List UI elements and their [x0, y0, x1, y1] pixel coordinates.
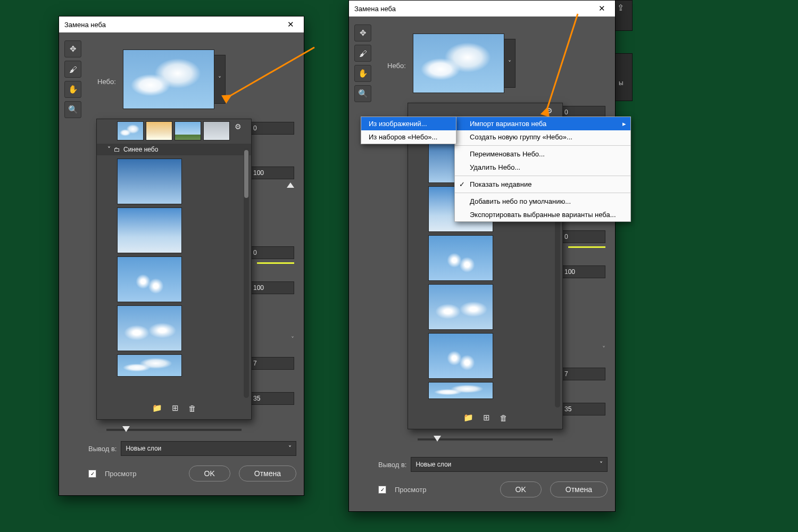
value-field-5[interactable]: 7 [250, 357, 294, 370]
move-tool-icon[interactable]: ✥ [64, 40, 81, 57]
sky-dropdown-chevron[interactable]: ˅ [214, 55, 226, 104]
recent-thumb[interactable] [146, 121, 172, 140]
chevron-down-icon[interactable]: ˅ [602, 345, 605, 353]
sky-label: Небо: [97, 78, 116, 86]
folder-icon[interactable]: 📁 [152, 403, 162, 413]
sky-thumb[interactable] [428, 333, 493, 379]
annotation-arrow [213, 43, 320, 107]
folder-header[interactable]: ˅ 🗀 Синее небо [97, 144, 251, 155]
value-field-3[interactable]: 0 [250, 246, 294, 259]
gear-icon[interactable]: ⚙ [546, 106, 553, 115]
chevron-down-icon: ˅ [600, 461, 603, 468]
picker-scrollbar[interactable] [244, 148, 249, 398]
app-bg-strip: ⇪ [613, 0, 633, 31]
gear-icon[interactable]: ⚙ [235, 122, 242, 131]
svg-line-0 [229, 47, 314, 96]
dialog-title: Замена неба [354, 5, 594, 13]
menu-item-new-group[interactable]: Создать новую группу «Небо»... [455, 130, 630, 144]
menu-item-export[interactable]: Экспортировать выбранные варианты неба..… [455, 208, 630, 221]
cancel-button[interactable]: Отмена [239, 466, 296, 481]
gear-menu: Импорт вариантов неба▸ Создать новую гру… [454, 117, 631, 222]
move-tool-icon[interactable]: ✥ [354, 24, 371, 41]
close-icon[interactable]: ✕ [594, 4, 610, 13]
preview-checkbox[interactable]: ✓ [88, 470, 96, 478]
app-bg-strip: ы [613, 53, 633, 101]
folder-icon: 🗀 [114, 146, 120, 153]
preview-label: Просмотр [105, 470, 136, 478]
trash-icon[interactable]: 🗑 [500, 413, 508, 422]
folder-name: Синее небо [123, 146, 158, 153]
value-field-3[interactable]: 0 [561, 230, 605, 243]
sky-picker-panel: ⚙ ˅ 🗀 Синее небо 📁 ⊞ 🗑 [96, 119, 252, 420]
recent-thumbnails [97, 119, 251, 144]
brush-tool-icon[interactable]: 🖌 [64, 61, 81, 78]
ok-button[interactable]: OK [500, 481, 542, 497]
recent-thumb[interactable] [203, 121, 230, 140]
menu-item-show-recent[interactable]: ✓ Показать недавние [455, 178, 630, 191]
tool-column: ✥ 🖌 ✋ 🔍 [354, 24, 371, 102]
sky-list [97, 155, 251, 380]
menu-item-import[interactable]: Импорт вариантов неба▸ [455, 117, 630, 130]
screenshot-right: Замена неба ✕ ✥ 🖌 ✋ 🔍 Небо: ˅ 0 0 100 7 … [348, 0, 616, 512]
sky-thumb[interactable] [428, 235, 493, 281]
sky-dropdown-chevron[interactable]: ˅ [504, 39, 516, 88]
tool-column: ✥ 🖌 ✋ 🔍 [64, 40, 81, 118]
hand-tool-icon[interactable]: ✋ [64, 81, 81, 98]
new-icon[interactable]: ⊞ [172, 403, 179, 413]
zoom-tool-icon[interactable]: 🔍 [64, 101, 81, 118]
picker-footer: 📁 ⊞ 🗑 [408, 410, 562, 426]
chevron-down-icon[interactable]: ˅ [291, 336, 294, 343]
new-icon[interactable]: ⊞ [483, 413, 490, 422]
sky-preview: ˅ [413, 34, 504, 93]
output-select[interactable]: Новые слои˅ [121, 441, 296, 456]
value-field-5[interactable]: 7 [561, 368, 605, 380]
gear-submenu: Из изображений... Из наборов «Небо»... [361, 117, 456, 144]
hand-tool-icon[interactable]: ✋ [354, 65, 371, 82]
sky-thumb[interactable] [428, 382, 493, 399]
slider-knob[interactable] [287, 182, 294, 188]
svg-line-1 [547, 14, 578, 110]
sky-label: Небо: [387, 62, 406, 70]
submenu-item-from-sets[interactable]: Из наборов «Небо»... [361, 130, 456, 144]
preview-checkbox[interactable]: ✓ [378, 486, 386, 494]
ok-button[interactable]: OK [189, 466, 230, 481]
value-field-6[interactable]: 35 [250, 392, 294, 405]
value-field-2[interactable]: 100 [250, 167, 294, 179]
dialog-title: Замена неба [64, 21, 282, 29]
output-select[interactable]: Новые слои˅ [411, 457, 608, 472]
value-field-4[interactable]: 100 [250, 281, 294, 294]
titlebar: Замена неба ✕ [59, 16, 304, 32]
panel-text: ы [619, 79, 624, 87]
chevron-down-icon: ˅ [288, 445, 292, 452]
sky-thumb[interactable] [117, 159, 182, 204]
menu-item-rename[interactable]: Переименовать Небо... [455, 147, 630, 161]
submenu-arrow-icon: ▸ [622, 120, 626, 128]
value-field-6[interactable]: 35 [561, 403, 605, 415]
menu-item-delete[interactable]: Удалить Небо... [455, 161, 630, 174]
submenu-item-from-images[interactable]: Из изображений... [361, 117, 456, 130]
thumbnail-size-slider[interactable] [418, 438, 553, 440]
thumbnail-size-slider[interactable] [106, 429, 242, 431]
folder-icon[interactable]: 📁 [463, 413, 473, 422]
sky-thumb[interactable] [117, 354, 182, 377]
close-icon[interactable]: ✕ [282, 20, 298, 29]
share-icon[interactable]: ⇪ [617, 3, 624, 13]
sky-thumb[interactable] [117, 207, 182, 253]
recent-thumb[interactable] [117, 121, 144, 140]
value-field-4[interactable]: 100 [561, 265, 605, 278]
titlebar: Замена неба ✕ [349, 1, 615, 16]
sky-thumb[interactable] [117, 256, 182, 302]
chevron-down-icon: ˅ [107, 146, 111, 153]
zoom-tool-icon[interactable]: 🔍 [354, 85, 371, 102]
sky-preview: ˅ [123, 49, 214, 109]
recent-thumb[interactable] [174, 121, 201, 140]
preview-label: Просмотр [395, 486, 426, 494]
value-field-1[interactable]: 0 [250, 122, 294, 135]
brush-tool-icon[interactable]: 🖌 [354, 45, 371, 62]
sky-thumb[interactable] [428, 284, 493, 330]
picker-footer: 📁 ⊞ 🗑 [97, 400, 251, 416]
cancel-button[interactable]: Отмена [550, 481, 608, 497]
trash-icon[interactable]: 🗑 [188, 404, 196, 413]
menu-item-add-default[interactable]: Добавить небо по умолчанию... [455, 195, 630, 208]
sky-thumb[interactable] [117, 305, 182, 351]
